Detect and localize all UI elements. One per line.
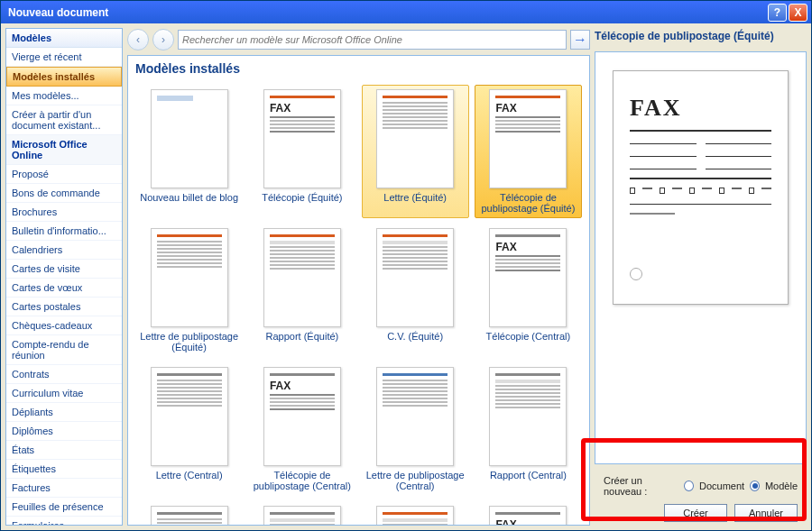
sidebar-item-23[interactable]: Formulaires: [6, 517, 122, 525]
template-tile-11[interactable]: Rapport (Central): [475, 362, 582, 496]
template-tile-8[interactable]: Lettre (Central): [135, 362, 243, 496]
preview-document: FAX: [613, 70, 789, 305]
sidebar-item-4[interactable]: Microsoft Office Online: [6, 135, 122, 165]
template-thumb: [376, 506, 454, 525]
search-input[interactable]: [182, 34, 562, 45]
template-label: Télécopie de publipostage (Équité): [479, 188, 577, 214]
sidebar: Modèles Vierge et récentModèles installé…: [5, 28, 123, 526]
sidebar-item-22[interactable]: Feuilles de présence: [6, 498, 122, 517]
template-tile-5[interactable]: Rapport (Équité): [248, 224, 355, 357]
sidebar-item-8[interactable]: Bulletin d'informatio...: [6, 222, 122, 241]
template-tile-7[interactable]: FAXTélécopie (Central): [475, 224, 582, 357]
sidebar-item-16[interactable]: Curriculum vitae: [6, 384, 122, 403]
close-button[interactable]: X: [789, 4, 807, 22]
sidebar-item-12[interactable]: Cartes postales: [6, 298, 122, 316]
close-icon: X: [794, 6, 801, 19]
template-tile-13[interactable]: [248, 501, 355, 525]
help-icon: ?: [774, 6, 780, 19]
sidebar-item-10[interactable]: Cartes de visite: [6, 260, 122, 279]
template-label: C.V. (Équité): [387, 327, 443, 352]
template-thumb: [263, 228, 341, 327]
chevron-right-icon: ›: [161, 33, 165, 46]
content-panel: Modèles installés Nouveau billet de blog…: [127, 55, 590, 526]
sidebar-item-3[interactable]: Créer à partir d'un document existant...: [6, 105, 122, 135]
template-tile-6[interactable]: C.V. (Équité): [362, 224, 469, 357]
create-new-label: Créer un nouveau :: [604, 475, 678, 497]
preview-title: Télécopie de publipostage (Équité): [595, 28, 807, 46]
sidebar-item-19[interactable]: États: [6, 441, 122, 460]
template-label: Télécopie (Équité): [262, 188, 342, 214]
template-thumb: FAX: [263, 89, 341, 188]
sidebar-item-9[interactable]: Calendriers: [6, 241, 122, 260]
search-go-button[interactable]: →: [570, 30, 590, 50]
sidebar-item-1[interactable]: Modèles installés: [6, 67, 122, 87]
template-label: Nouveau billet de blog: [140, 188, 238, 214]
search-box: [178, 30, 567, 50]
preview-frame: FAX: [595, 51, 807, 464]
sidebar-items: Vierge et récentModèles installésMes mod…: [6, 48, 122, 525]
template-tile-0[interactable]: Nouveau billet de blog: [135, 85, 243, 218]
create-new-row: Créer un nouveau : Document Modèle: [604, 475, 798, 497]
preview-panel: Télécopie de publipostage (Équité) FAX: [595, 28, 807, 526]
template-thumb: FAX: [489, 228, 567, 327]
template-label: Télécopie (Central): [486, 327, 571, 352]
sidebar-item-5[interactable]: Proposé: [6, 165, 122, 184]
nav-back-button[interactable]: ‹: [127, 29, 149, 50]
sidebar-item-17[interactable]: Dépliants: [6, 403, 122, 422]
radio-template[interactable]: [750, 481, 760, 491]
sidebar-item-11[interactable]: Cartes de vœux: [6, 279, 122, 298]
template-label: Lettre (Équité): [383, 188, 447, 214]
template-tile-1[interactable]: FAXTélécopie (Équité): [248, 85, 355, 218]
template-label: Lettre (Central): [156, 466, 223, 491]
sidebar-item-6[interactable]: Bons de commande: [6, 184, 122, 203]
template-tile-3[interactable]: FAXTélécopie de publipostage (Équité): [475, 85, 582, 218]
template-thumb: [376, 367, 454, 466]
template-thumb: [489, 367, 567, 466]
sidebar-item-21[interactable]: Factures: [6, 479, 122, 498]
titlebar: Nouveau document ? X: [1, 1, 811, 23]
template-tile-14[interactable]: [362, 501, 469, 525]
template-thumb: FAX: [263, 367, 341, 466]
preview-doc-heading: FAX: [630, 95, 771, 122]
template-tile-9[interactable]: FAXTélécopie de publipostage (Central): [248, 362, 355, 496]
sidebar-header: Modèles: [6, 29, 122, 48]
sidebar-item-15[interactable]: Contrats: [6, 365, 122, 384]
template-tile-4[interactable]: Lettre de publipostage (Équité): [135, 224, 243, 357]
arrow-right-icon: →: [573, 32, 587, 48]
template-thumb: [151, 89, 228, 188]
template-label: Télécopie de publipostage (Central): [253, 466, 351, 491]
content-heading: Modèles installés: [128, 56, 589, 81]
template-thumb: FAX: [489, 506, 567, 525]
template-thumb: [376, 89, 454, 188]
sidebar-item-20[interactable]: Étiquettes: [6, 460, 122, 479]
template-thumb: [263, 506, 341, 525]
create-button[interactable]: Créer: [664, 504, 727, 522]
template-tile-2[interactable]: Lettre (Équité): [362, 85, 469, 218]
template-tile-15[interactable]: FAX: [475, 501, 582, 525]
template-thumb: FAX: [489, 89, 567, 188]
radio-document[interactable]: [684, 481, 694, 491]
ring-icon: [630, 268, 642, 280]
sidebar-item-18[interactable]: Diplômes: [6, 422, 122, 441]
cancel-button[interactable]: Annuler: [734, 504, 798, 522]
template-thumb: [151, 367, 228, 466]
template-tile-10[interactable]: Lettre de publipostage (Central): [362, 362, 469, 496]
middle-panel: ‹ › → Modèles installés Nouveau billet d…: [127, 28, 590, 526]
sidebar-item-0[interactable]: Vierge et récent: [6, 48, 122, 67]
template-label: Lettre de publipostage (Équité): [140, 327, 238, 352]
template-thumb: [151, 228, 228, 327]
nav-forward-button[interactable]: ›: [152, 29, 174, 50]
help-button[interactable]: ?: [768, 4, 787, 22]
template-tile-12[interactable]: [135, 501, 243, 525]
sidebar-item-13[interactable]: Chèques-cadeaux: [6, 316, 122, 335]
dialog-buttons: Créer Annuler: [604, 504, 798, 522]
template-label: Lettre de publipostage (Central): [366, 466, 465, 491]
template-label: Rapport (Équité): [266, 327, 339, 352]
sidebar-item-7[interactable]: Brochures: [6, 203, 122, 222]
radio-document-label: Document: [699, 481, 744, 491]
navbar: ‹ › →: [127, 28, 590, 51]
new-document-dialog: Nouveau document ? X Modèles Vierge et r…: [0, 0, 812, 531]
template-thumb: [376, 228, 454, 327]
sidebar-item-2[interactable]: Mes modèles...: [6, 87, 122, 105]
sidebar-item-14[interactable]: Compte-rendu de réunion: [6, 335, 122, 365]
